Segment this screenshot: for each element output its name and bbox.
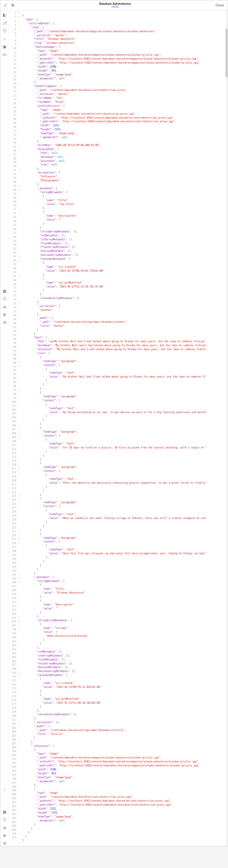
layers2-icon[interactable]: ≣ xyxy=(2,825,7,830)
info2-icon[interactable]: ⓘ xyxy=(2,817,7,823)
page-subtitle[interactable]: Article xyxy=(15,5,214,8)
scroll-thumb[interactable] xyxy=(226,29,227,77)
duplicate-icon[interactable]: ⧉ xyxy=(2,320,7,325)
branch-icon[interactable]: ⎇ xyxy=(2,20,7,26)
pencil-icon[interactable] xyxy=(3,2,8,8)
header: Alaskan Adventures Article Close xyxy=(0,0,228,10)
grid-icon[interactable]: ▦ xyxy=(2,288,7,293)
settings-icon[interactable]: ⚙ xyxy=(2,312,7,317)
left-rail: ◧ ⎇ ⓘ ☼ ▣ 🏷 ▦ ⓘ ≣ ⚙ ⧉ ‹ ▦ ⓘ ≣ ⚙ ⧉ xyxy=(0,10,9,846)
info-icon[interactable]: ⓘ xyxy=(2,28,7,33)
body: ◧ ⎇ ⓘ ☼ ▣ 🏷 ▦ ⓘ ≣ ⚙ ⧉ ‹ ▦ ⓘ ≣ ⚙ ⧉ 123456… xyxy=(0,10,228,846)
bookmark-icon[interactable]: 🏷 xyxy=(2,52,7,57)
line-gutter: 1234567891011121314151617181920212223242… xyxy=(9,10,18,846)
header-center: Alaskan Adventures Article xyxy=(15,2,214,8)
fold-gutter: ▾▾▾▾▾▾▾▾▾▾▾▾▾▾▾▾▾▾▾▾▾▾▾▾▾▾▾▾▾▾▾▾▾▾▾▾▾▾▾▾… xyxy=(18,10,21,846)
folder-icon[interactable]: ▣ xyxy=(2,44,7,49)
layers-icon[interactable]: ≣ xyxy=(2,304,7,309)
scrollbar[interactable] xyxy=(225,10,228,846)
settings2-icon[interactable]: ⚙ xyxy=(2,833,7,838)
close-button[interactable]: Close xyxy=(214,3,225,8)
editor: 1234567891011121314151617181920212223242… xyxy=(9,10,228,846)
json-code[interactable]: { "data": { "articleByPath": { "item": {… xyxy=(21,13,225,844)
grid2-icon[interactable]: ▦ xyxy=(2,809,7,814)
copy-icon[interactable] xyxy=(10,2,15,8)
app-window: Alaskan Adventures Article Close ◧ ⎇ ⓘ ☼… xyxy=(0,0,228,846)
duplicate2-icon[interactable]: ⧉ xyxy=(2,841,7,846)
header-left xyxy=(3,2,15,8)
chevron-left-icon[interactable]: ‹ xyxy=(2,786,7,792)
bell-icon[interactable]: ☼ xyxy=(2,36,7,41)
circle-info-icon[interactable]: ⓘ xyxy=(2,296,7,302)
code-icon[interactable]: ◧ xyxy=(2,12,7,18)
